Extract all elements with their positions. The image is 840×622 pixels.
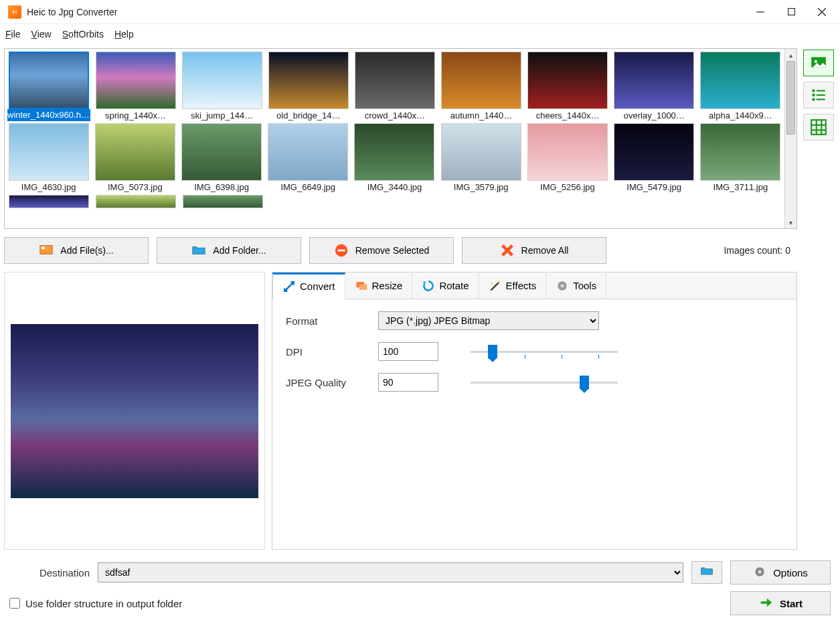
thumbnail-item[interactable]: IMG_3440.jpg	[353, 123, 436, 193]
use-folder-structure-checkbox[interactable]	[9, 598, 20, 609]
menu-softorbits[interactable]: SoftOrbits	[62, 29, 104, 40]
thumbnail-item[interactable]: IMG_3579.jpg	[440, 123, 522, 193]
thumbnail-item[interactable]: overlay_1000…	[613, 52, 695, 122]
thumbnail-item[interactable]: IMG_4630.jpg	[7, 123, 90, 193]
svg-point-30	[758, 570, 762, 573]
view-thumbnails-button[interactable]	[803, 50, 834, 76]
titlebar: H Heic to Jpg Converter	[0, 0, 840, 24]
dpi-slider[interactable]	[471, 343, 618, 360]
options-button[interactable]: Options	[730, 560, 831, 585]
svg-point-13	[491, 283, 493, 285]
remove-selected-icon	[334, 243, 349, 258]
settings-panel: Convert Resize Rotate Effects Tools	[272, 272, 797, 550]
start-button[interactable]: Start	[730, 591, 831, 615]
thumbnail-label: old_bridge_14…	[267, 109, 349, 122]
thumbnail-label: IMG_3711.jpg	[699, 181, 782, 193]
thumbnail-item[interactable]: cheers_1440x…	[527, 52, 609, 122]
thumbnail-item[interactable]: ski_jump_144…	[181, 52, 263, 122]
minimize-button[interactable]	[745, 0, 776, 24]
scrollbar-thumb[interactable]	[786, 61, 795, 135]
images-count-label: Images count: 0	[724, 245, 797, 256]
maximize-button[interactable]	[776, 0, 807, 24]
tab-rotate[interactable]: Rotate	[412, 273, 479, 299]
tab-tools[interactable]: Tools	[546, 273, 606, 299]
thumbnail-image	[182, 52, 262, 109]
thumbnail-label: alpha_1440x9…	[699, 109, 782, 122]
browse-destination-button[interactable]	[691, 561, 722, 584]
remove-selected-button[interactable]: Remove Selected	[309, 237, 454, 264]
thumbnail-item[interactable]: IMG_6649.jpg	[267, 123, 349, 193]
quality-input[interactable]	[378, 373, 438, 392]
thumbnail-item[interactable]: alpha_1440x9…	[699, 52, 782, 122]
svg-rect-21	[817, 94, 825, 96]
thumbnail-item[interactable]: old_bridge_14…	[267, 52, 349, 122]
remove-all-button[interactable]: Remove All	[462, 237, 606, 264]
thumbnail-item[interactable]: winter_1440x960.heic	[7, 52, 90, 122]
tab-effects[interactable]: Effects	[479, 273, 547, 299]
thumbnail-item[interactable]: IMG_5256.jpg	[526, 123, 608, 193]
thumbnail-item[interactable]	[94, 195, 177, 208]
thumbnail-image	[441, 123, 521, 181]
dpi-input[interactable]	[378, 342, 438, 361]
view-grid-button[interactable]	[803, 114, 834, 141]
view-list-button[interactable]	[803, 82, 834, 108]
menu-view[interactable]: View	[31, 29, 52, 40]
svg-point-15	[561, 284, 564, 287]
menu-help[interactable]: Help	[114, 29, 134, 40]
add-folder-button[interactable]: Add Folder...	[157, 237, 301, 264]
thumbnail-image	[9, 52, 89, 109]
thumbnail-image	[9, 123, 89, 181]
thumbnail-image	[9, 195, 89, 208]
thumbnail-item[interactable]: spring_1440x…	[94, 52, 177, 122]
action-bar: Add File(s)... Add Folder... Remove Sele…	[4, 234, 797, 266]
add-files-label: Add File(s)...	[60, 245, 113, 256]
thumbnail-item[interactable]	[7, 195, 90, 208]
close-button[interactable]	[807, 0, 837, 24]
thumbnail-image	[527, 52, 608, 109]
menu-file[interactable]: File	[5, 29, 21, 40]
dpi-slider-thumb[interactable]	[488, 345, 497, 358]
thumbnail-image	[183, 195, 263, 208]
tab-resize[interactable]: Resize	[345, 273, 413, 299]
tab-tools-label: Tools	[573, 280, 596, 291]
thumbnail-item[interactable]: crowd_1440x…	[353, 52, 436, 122]
convert-icon	[282, 280, 296, 293]
quality-slider[interactable]	[471, 374, 618, 390]
thumbnail-label: IMG_5479.jpg	[613, 181, 695, 193]
thumbnail-label: IMG_3579.jpg	[440, 181, 522, 193]
thumbnail-item[interactable]	[181, 195, 264, 208]
svg-rect-7	[337, 250, 345, 252]
thumbnail-image	[268, 123, 348, 181]
quality-slider-thumb[interactable]	[580, 376, 589, 389]
thumbnails-scrollbar[interactable]: ▴ ▾	[784, 49, 796, 228]
start-label: Start	[780, 598, 803, 609]
destination-label: Destination	[9, 567, 90, 578]
svg-rect-23	[817, 98, 825, 100]
thumbnail-item[interactable]: IMG_3711.jpg	[699, 123, 782, 193]
add-files-icon	[39, 243, 54, 258]
thumbnail-item[interactable]: IMG_5073.jpg	[94, 123, 176, 193]
thumbnails-scroll-area[interactable]: winter_1440x960.heicspring_1440x…ski_jum…	[5, 49, 784, 228]
thumbnail-item[interactable]: IMG_5479.jpg	[613, 123, 695, 193]
tab-convert[interactable]: Convert	[272, 273, 345, 299]
thumbnail-label: crowd_1440x…	[353, 109, 436, 122]
add-files-button[interactable]: Add File(s)...	[4, 237, 149, 264]
thumbnail-image	[181, 123, 262, 181]
thumbnail-label: IMG_5073.jpg	[94, 181, 176, 193]
dpi-label: DPI	[286, 346, 366, 358]
thumbnail-image	[96, 52, 176, 109]
quality-label: JPEG Quality	[286, 377, 366, 388]
thumbnail-item[interactable]: IMG_6398.jpg	[180, 123, 262, 193]
thumbnail-item[interactable]: autumn_1440…	[440, 52, 523, 122]
add-folder-icon	[191, 243, 206, 258]
scroll-up-arrow-icon[interactable]: ▴	[785, 49, 796, 61]
format-select[interactable]: JPG (*.jpg) JPEG Bitmap	[378, 311, 599, 330]
scroll-down-arrow-icon[interactable]: ▾	[785, 216, 796, 228]
thumbnail-label: winter_1440x960.heic	[7, 109, 90, 121]
folder-open-icon	[699, 564, 715, 580]
tab-rotate-label: Rotate	[439, 280, 469, 291]
add-folder-label: Add Folder...	[213, 245, 266, 256]
thumbnail-image	[614, 123, 694, 181]
thumbnail-image	[96, 195, 176, 208]
destination-select[interactable]: sdfsaf	[98, 562, 683, 582]
